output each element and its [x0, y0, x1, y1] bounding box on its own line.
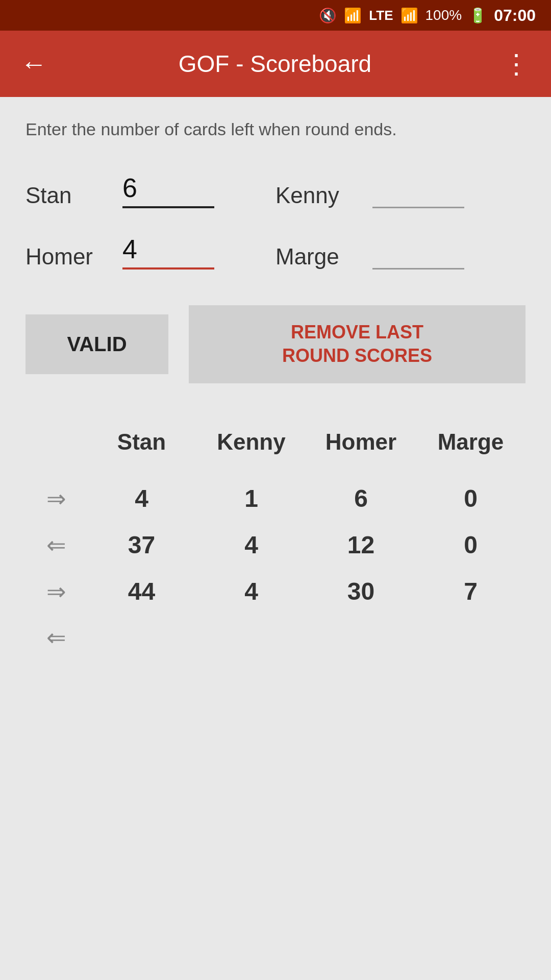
battery-label: 100%: [425, 7, 462, 23]
homer-input-underline: [122, 267, 214, 270]
header-kenny: Kenny: [196, 429, 306, 455]
scoreboard: Stan Kenny Homer Marge ⇒ 4 1 6 0 ⇐ 37 4 …: [26, 419, 525, 660]
main-content: Enter the number of cards left when roun…: [0, 97, 551, 681]
score-inputs-grid: Stan 6 Kenny Homer 4 Marge: [26, 167, 525, 275]
kenny-input-wrapper[interactable]: [372, 207, 474, 208]
marge-label: Marge: [276, 244, 357, 270]
row2-stan: 37: [87, 531, 196, 559]
signal-icon: 📶: [400, 7, 418, 24]
marge-input-wrapper[interactable]: [372, 268, 474, 270]
stan-label: Stan: [26, 183, 107, 208]
stan-score-value: 6: [122, 173, 224, 206]
arrow-2: ⇐: [26, 531, 87, 559]
score-row-1: ⇒ 4 1 6 0: [26, 475, 525, 522]
mute-icon: 🔇: [319, 7, 337, 24]
score-row-2: ⇐ 37 4 12 0: [26, 522, 525, 568]
kenny-input-row: Kenny: [276, 167, 525, 213]
scoreboard-header: Stan Kenny Homer Marge: [26, 419, 525, 465]
row1-homer: 6: [306, 484, 416, 512]
status-icons: 🔇 📶 LTE 📶 100% 🔋 07:00: [319, 6, 536, 25]
kenny-input-underline: [372, 207, 464, 208]
stan-input-underline: [122, 206, 214, 208]
header-homer: Homer: [306, 429, 416, 455]
remove-last-round-button[interactable]: REMOVE LASTROUND SCORES: [189, 305, 525, 384]
score-row-4: ⇐: [26, 615, 525, 660]
buttons-row: VALID REMOVE LASTROUND SCORES: [26, 305, 525, 384]
app-title: GOF - Scoreboard: [67, 50, 483, 78]
row2-homer: 12: [306, 531, 416, 559]
status-bar: 🔇 📶 LTE 📶 100% 🔋 07:00: [0, 0, 551, 31]
homer-input-wrapper[interactable]: 4: [122, 234, 224, 270]
row1-kenny: 1: [196, 484, 306, 512]
status-time: 07:00: [494, 6, 536, 25]
valid-button[interactable]: VALID: [26, 314, 168, 374]
row2-marge: 0: [416, 531, 525, 559]
row1-stan: 4: [87, 484, 196, 512]
battery-icon: 🔋: [469, 7, 487, 24]
header-stan: Stan: [87, 429, 196, 455]
arrow-3: ⇒: [26, 578, 87, 605]
homer-input-row: Homer 4: [26, 229, 276, 275]
back-button[interactable]: ←: [20, 51, 47, 77]
row3-marge: 7: [416, 577, 525, 605]
score-row-3: ⇒ 44 4 30 7: [26, 568, 525, 615]
stan-input-wrapper[interactable]: 6: [122, 173, 224, 208]
row3-stan: 44: [87, 577, 196, 605]
header-marge: Marge: [416, 429, 525, 455]
header-arrow-col: [26, 429, 87, 455]
remove-last-round-label: REMOVE LASTROUND SCORES: [282, 322, 432, 366]
row3-kenny: 4: [196, 577, 306, 605]
row1-marge: 0: [416, 484, 525, 512]
stan-input-row: Stan 6: [26, 167, 276, 213]
more-button[interactable]: ⋮: [503, 51, 531, 77]
row3-homer: 30: [306, 577, 416, 605]
wifi-icon: 📶: [344, 7, 362, 24]
kenny-label: Kenny: [276, 183, 357, 208]
marge-input-underline: [372, 268, 464, 270]
arrow-1: ⇒: [26, 485, 87, 512]
row2-kenny: 4: [196, 531, 306, 559]
arrow-4: ⇐: [26, 624, 87, 651]
app-bar: ← GOF - Scoreboard ⋮: [0, 31, 551, 97]
instruction-text: Enter the number of cards left when roun…: [26, 117, 525, 142]
lte-icon: LTE: [369, 8, 393, 23]
homer-label: Homer: [26, 244, 107, 270]
homer-score-value: 4: [122, 234, 224, 267]
marge-input-row: Marge: [276, 229, 525, 275]
